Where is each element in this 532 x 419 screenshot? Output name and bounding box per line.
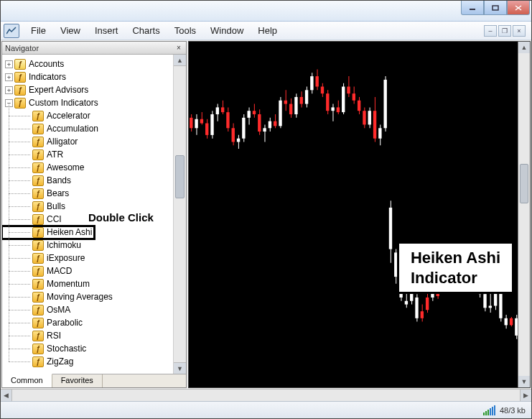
tree-node-bears[interactable]: ƒ Bears [2, 187, 173, 200]
scroll-up-button[interactable]: ▲ [518, 42, 530, 53]
tree-node-moving-averages[interactable]: ƒ Moving Averages [2, 290, 173, 303]
tree-node-momentum[interactable]: ƒ Momentum [2, 277, 173, 290]
scroll-thumb[interactable] [175, 155, 185, 198]
svg-rect-69 [358, 101, 360, 111]
tree-node-parabolic[interactable]: ƒ Parabolic [2, 316, 173, 329]
navigator-scrollbar[interactable]: ▲ ▼ [173, 55, 186, 374]
menu-insert[interactable]: Insert [88, 22, 126, 39]
close-icon [515, 5, 522, 11]
tree-node-alligator[interactable]: ƒ Alligator [2, 135, 173, 148]
tree-label: Custom Indicators [29, 98, 98, 108]
mdi-close-button[interactable]: × [513, 25, 526, 37]
indicator-icon: ƒ [32, 305, 44, 316]
svg-rect-55 [321, 87, 324, 94]
svg-rect-41 [284, 101, 287, 104]
svg-rect-45 [294, 97, 297, 114]
chart-annotation-line1: Heiken Ashi [411, 249, 500, 267]
svg-rect-17 [221, 107, 224, 112]
navigator-tree[interactable]: + ƒ Accounts+ ƒ Indicators+ ƒ Expert Adv… [2, 55, 173, 374]
tab-favorites[interactable]: Favorites [52, 374, 103, 387]
scroll-right-button[interactable]: ▶ [520, 390, 531, 401]
tree-node-accumulation[interactable]: ƒ Accumulation [2, 122, 173, 135]
tree-node-bands[interactable]: ƒ Bands [2, 174, 173, 187]
tree-node-heiken-ashi[interactable]: ƒ Heiken Ashi [2, 226, 173, 239]
chart-vertical-scrollbar[interactable]: ▲ ▼ [518, 42, 530, 387]
menubar: FileViewInsertChartsToolsWindowHelp – ❐ … [1, 22, 531, 40]
menu-file[interactable]: File [24, 22, 53, 39]
indicator-icon: ƒ [32, 111, 44, 121]
menu-charts[interactable]: Charts [125, 22, 167, 39]
expander-icon[interactable]: + [5, 86, 13, 94]
scroll-down-button[interactable]: ▼ [174, 362, 186, 374]
svg-rect-25 [242, 118, 245, 139]
svg-rect-65 [347, 87, 350, 94]
window-minimize-button[interactable] [461, 1, 484, 15]
candlestick-chart [189, 42, 530, 387]
tree-node-accounts[interactable]: + ƒ Accounts [2, 57, 173, 70]
svg-rect-75 [373, 111, 376, 138]
tree-node-awesome[interactable]: ƒ Awesome [2, 161, 173, 174]
svg-rect-49 [305, 90, 308, 103]
tree-label: Accumulation [47, 124, 98, 134]
svg-rect-11 [205, 124, 208, 135]
tree-node-atr[interactable]: ƒ ATR [2, 148, 173, 161]
tree-node-zigzag[interactable]: ƒ ZigZag [2, 355, 173, 368]
scroll-down-button[interactable]: ▼ [518, 376, 530, 387]
menu-window[interactable]: Window [203, 22, 251, 39]
indicator-icon: ƒ [32, 214, 44, 225]
tree-node-cci[interactable]: ƒ CCIDouble Click [2, 213, 173, 226]
svg-rect-7 [195, 119, 197, 129]
menu-tools[interactable]: Tools [167, 22, 203, 39]
minimize-icon [469, 5, 476, 11]
indicator-icon: ƒ [32, 292, 44, 303]
svg-rect-5 [190, 118, 192, 128]
connection-status-text: 48/3 kb [500, 406, 526, 415]
svg-rect-9 [200, 119, 203, 124]
tree-node-indicators[interactable]: + ƒ Indicators [2, 70, 173, 83]
chart-logo-icon [6, 27, 17, 35]
svg-rect-117 [483, 294, 486, 308]
tree-node-rsi[interactable]: ƒ RSI [2, 329, 173, 342]
app-icon[interactable] [4, 24, 19, 38]
tree-node-expert-advisors[interactable]: + ƒ Expert Advisors [2, 83, 173, 96]
svg-rect-15 [216, 107, 219, 114]
indicator-icon: ƒ [32, 201, 44, 212]
tree-node-accelerator[interactable]: ƒ Accelerator [2, 109, 173, 122]
mdi-minimize-button[interactable]: – [484, 25, 497, 37]
tree-node-iexposure[interactable]: ƒ iExposure [2, 252, 173, 264]
indicator-icon: ƒ [32, 331, 44, 341]
navigator-tabs: Common Favorites [2, 374, 186, 387]
navigator-close-button[interactable]: × [174, 42, 184, 52]
scroll-thumb[interactable] [520, 164, 528, 203]
svg-rect-67 [353, 93, 355, 101]
tree-label: Indicators [29, 72, 66, 82]
indicator-icon: ƒ [32, 149, 44, 160]
expander-icon[interactable]: + [5, 73, 13, 81]
tree-node-ichimoku[interactable]: ƒ Ichimoku [2, 239, 173, 252]
svg-rect-127 [510, 318, 513, 326]
tree-node-stochastic[interactable]: ƒ Stochastic [2, 342, 173, 355]
tree-node-osma[interactable]: ƒ OsMA [2, 303, 173, 316]
chart-area[interactable]: Heiken Ashi Indicator ▲ ▼ [188, 41, 531, 388]
menu-help[interactable]: Help [251, 22, 284, 39]
menu-view[interactable]: View [53, 22, 88, 39]
scroll-left-button[interactable]: ◀ [1, 390, 12, 401]
tree-label: Accounts [29, 59, 64, 69]
mdi-restore-button[interactable]: ❐ [498, 25, 511, 37]
navigator-header[interactable]: Navigator × [2, 42, 186, 55]
svg-rect-47 [300, 97, 303, 104]
indicator-icon: ƒ [32, 137, 44, 147]
svg-rect-27 [247, 111, 250, 118]
scroll-up-button[interactable]: ▲ [174, 55, 186, 66]
window-maximize-button[interactable] [484, 1, 507, 15]
svg-rect-81 [389, 208, 392, 249]
indicator-icon: ƒ [32, 266, 44, 277]
expander-icon[interactable]: + [5, 60, 13, 68]
tree-node-custom-indicators[interactable]: − ƒ Custom Indicators [2, 96, 173, 109]
window-close-button[interactable] [507, 1, 530, 15]
tree-node-macd[interactable]: ƒ MACD [2, 264, 173, 277]
bottom-horizontal-scrollbar[interactable]: ◀ ▶ [1, 389, 531, 401]
tab-common[interactable]: Common [2, 374, 52, 387]
svg-rect-57 [326, 93, 329, 111]
titlebar[interactable] [1, 1, 531, 22]
